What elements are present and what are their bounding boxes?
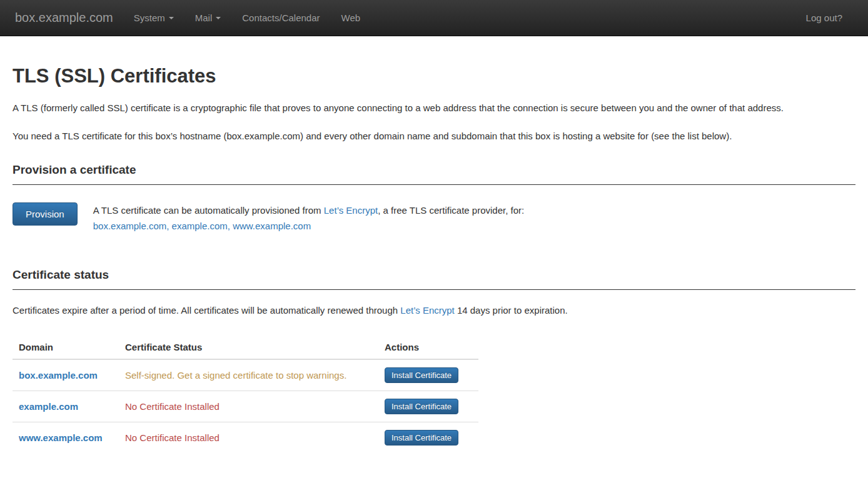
domain-link[interactable]: www.example.com	[19, 432, 103, 443]
nav-menu: System Mail Contacts/Calendar Web	[123, 0, 371, 36]
column-header-actions: Actions	[378, 336, 478, 359]
page-title: TLS (SSL) Certificates	[13, 65, 855, 87]
nav-item-mail[interactable]: Mail	[184, 0, 232, 36]
table-row: box.example.com Self-signed. Get a signe…	[13, 359, 478, 391]
intro-paragraph-2: You need a TLS certificate for this box’…	[13, 128, 855, 144]
provision-row: Provision A TLS certificate can be autom…	[13, 202, 855, 234]
table-header-row: Domain Certificate Status Actions	[13, 336, 478, 359]
column-header-domain: Domain	[13, 336, 119, 359]
lets-encrypt-link[interactable]: Let’s Encrypt	[400, 305, 454, 316]
install-certificate-button[interactable]: Install Certificate	[385, 367, 458, 383]
install-certificate-button[interactable]: Install Certificate	[385, 430, 458, 446]
certificate-status-text: Self-signed. Get a signed certificate to…	[125, 370, 346, 381]
nav-item-label: Mail	[195, 12, 213, 23]
certificate-status-text: No Certificate Installed	[125, 432, 220, 443]
certificate-status-text: No Certificate Installed	[125, 401, 220, 412]
caret-down-icon	[169, 17, 174, 19]
intro-paragraph-1: A TLS (formerly called SSL) certificate …	[13, 100, 855, 116]
nav-item-label: Web	[341, 12, 361, 23]
provision-section-heading: Provision a certificate	[13, 163, 855, 185]
nav-item-system[interactable]: System	[123, 0, 184, 36]
nav-item-contacts-calendar[interactable]: Contacts/Calendar	[231, 0, 330, 36]
lets-encrypt-link[interactable]: Let’s Encrypt	[324, 205, 378, 216]
domain-link[interactable]: example.com	[19, 401, 78, 412]
certificate-status-heading: Certificate status	[13, 268, 855, 290]
table-row: www.example.com No Certificate Installed…	[13, 422, 478, 454]
provision-text-after: , a free TLS certificate provider, for:	[378, 205, 524, 216]
brand-link[interactable]: box.example.com	[15, 11, 113, 25]
caret-down-icon	[216, 17, 221, 19]
install-certificate-button[interactable]: Install Certificate	[385, 399, 458, 414]
column-header-status: Certificate Status	[119, 336, 378, 359]
nav-item-label: System	[134, 12, 165, 23]
status-text-before: Certificates expire after a period of ti…	[13, 305, 400, 316]
certificates-table: Domain Certificate Status Actions box.ex…	[13, 336, 478, 453]
logout-link[interactable]: Log out?	[795, 0, 853, 36]
nav-item-label: Contacts/Calendar	[242, 12, 320, 23]
top-navbar: box.example.com System Mail Contacts/Cal…	[0, 0, 868, 36]
provision-button[interactable]: Provision	[13, 202, 78, 226]
table-row: example.com No Certificate Installed Ins…	[13, 391, 478, 422]
nav-item-web[interactable]: Web	[331, 0, 371, 36]
main-content: TLS (SSL) Certificates A TLS (formerly c…	[0, 65, 868, 453]
certificate-status-paragraph: Certificates expire after a period of ti…	[13, 302, 855, 319]
provision-description: A TLS certificate can be automatically p…	[93, 202, 525, 234]
domain-link[interactable]: box.example.com	[19, 370, 98, 381]
status-text-after: 14 days prior to expiration.	[455, 305, 568, 316]
provision-text-before: A TLS certificate can be automatically p…	[93, 205, 324, 216]
provision-domains-list: box.example.com, example.com, www.exampl…	[93, 221, 311, 231]
